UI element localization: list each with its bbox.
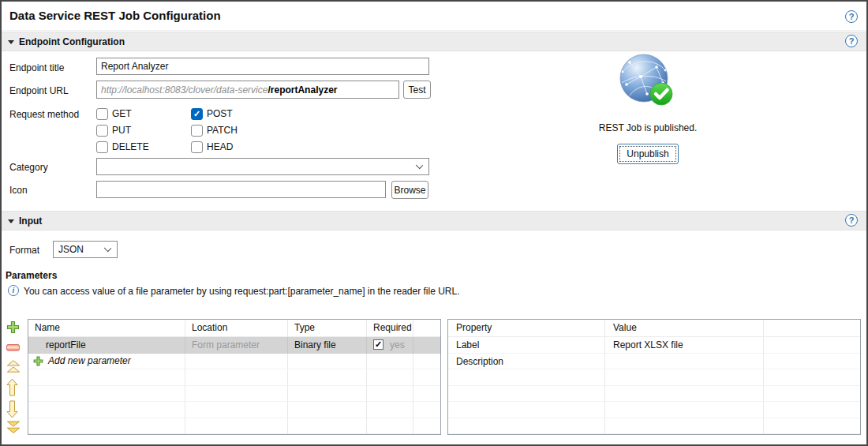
column-header-extra: [764, 320, 860, 337]
table-row-empty: [448, 402, 860, 418]
publish-status-text: REST Job is published.: [580, 122, 716, 133]
required-checkbox[interactable]: [373, 339, 383, 350]
parameter-properties-table: Property Value Label Report XLSX file De…: [447, 319, 861, 435]
chevron-down-icon: [104, 245, 111, 252]
section-title: Input: [19, 212, 42, 230]
checkbox-icon[interactable]: [96, 108, 108, 120]
checkbox-icon[interactable]: [191, 125, 203, 137]
move-down-button[interactable]: [6, 399, 22, 418]
category-label: Category: [9, 162, 48, 173]
property-value-cell[interactable]: [605, 354, 764, 370]
checkbox-icon[interactable]: [191, 108, 203, 120]
method-checkbox-post[interactable]: POST: [191, 107, 233, 120]
page-title: Data Service REST Job Configuration: [9, 2, 221, 30]
minus-icon: [6, 344, 20, 351]
table-row-empty: [28, 418, 440, 435]
column-header-extra: [413, 320, 440, 337]
param-required-cell[interactable]: yes: [367, 337, 413, 354]
property-name-cell: Description: [448, 354, 605, 370]
param-location-cell[interactable]: Form parameter: [185, 337, 288, 354]
param-name-cell[interactable]: reportFile: [28, 337, 185, 354]
section-title: Endpoint Configuration: [19, 32, 125, 51]
request-method-label: Request method: [9, 109, 79, 120]
checkbox-icon[interactable]: [191, 141, 203, 153]
table-row-empty: [28, 402, 440, 418]
column-header-required: Required: [367, 320, 413, 337]
endpoint-title-input[interactable]: [96, 58, 429, 75]
column-header-type: Type: [288, 320, 367, 337]
parameters-heading: Parameters: [6, 270, 57, 281]
icon-label: Icon: [9, 185, 28, 196]
endpoint-url-input[interactable]: http://localhost:8083/clover/data-servic…: [96, 81, 399, 99]
collapse-triangle-icon: [8, 219, 14, 223]
property-name-cell: Label: [448, 337, 605, 354]
remove-parameter-button[interactable]: [6, 339, 22, 355]
double-chevron-down-icon: [6, 421, 21, 434]
double-chevron-up-icon: [6, 360, 21, 373]
section-header-endpoint-configuration[interactable]: Endpoint Configuration: [2, 32, 866, 51]
plus-icon: [33, 356, 43, 366]
icon-input[interactable]: [96, 181, 386, 198]
endpoint-url-label: Endpoint URL: [9, 85, 69, 96]
browse-button[interactable]: Browse: [391, 181, 428, 199]
method-checkbox-put[interactable]: PUT: [96, 124, 131, 137]
chevron-down-icon: [416, 162, 423, 169]
method-checkbox-head[interactable]: HEAD: [191, 141, 233, 153]
checkbox-icon[interactable]: [96, 141, 108, 153]
data-service-config-dialog: Data Service REST Job Configuration ? En…: [0, 0, 868, 446]
method-checkbox-delete[interactable]: DELETE: [96, 141, 149, 153]
plus-icon: [6, 320, 20, 334]
table-row-empty: [448, 386, 860, 403]
required-label: yes: [390, 337, 405, 353]
table-row-empty: [28, 369, 440, 386]
format-label: Format: [9, 245, 39, 256]
column-header-name: Name: [28, 320, 185, 337]
add-parameter-button[interactable]: [6, 319, 22, 335]
category-select[interactable]: [96, 158, 429, 175]
info-icon: i: [8, 285, 19, 296]
method-checkbox-get[interactable]: GET: [96, 107, 132, 120]
arrow-down-icon: [6, 400, 18, 418]
help-icon[interactable]: ?: [845, 10, 858, 23]
add-new-parameter-row[interactable]: Add new parameter: [28, 354, 440, 370]
properties-table-header: Property Value: [448, 320, 860, 337]
move-bottom-button[interactable]: [6, 421, 22, 434]
move-up-button[interactable]: [6, 377, 22, 396]
test-button[interactable]: Test: [403, 81, 431, 99]
help-icon-input[interactable]: ?: [845, 214, 858, 227]
title-bar: Data Service REST Job Configuration: [2, 2, 866, 31]
parameters-table-header: Name Location Type Required: [28, 320, 440, 337]
endpoint-url-path: /reportAnalyzer: [268, 82, 337, 98]
collapse-triangle-icon: [8, 40, 14, 44]
column-header-property: Property: [448, 320, 605, 337]
endpoint-url-prefix: http://localhost:8083/clover/data-servic…: [101, 82, 268, 98]
help-icon-endpoint[interactable]: ?: [845, 35, 858, 47]
param-type-cell[interactable]: Binary file: [288, 337, 367, 354]
endpoint-title-label: Endpoint title: [9, 62, 64, 73]
format-select[interactable]: JSON: [53, 241, 118, 258]
column-header-location: Location: [185, 320, 288, 337]
add-new-parameter-label: Add new parameter: [48, 354, 131, 369]
move-top-button[interactable]: [6, 360, 22, 373]
parameter-row-reportfile[interactable]: reportFile Form parameter Binary file ye…: [28, 337, 440, 354]
format-selected-value: JSON: [58, 242, 84, 257]
unpublish-button[interactable]: Unpublish: [617, 144, 679, 164]
property-value-cell[interactable]: Report XLSX file: [605, 337, 764, 354]
parameters-table: Name Location Type Required reportFile F…: [28, 319, 441, 435]
property-row-label[interactable]: Label Report XLSX file: [448, 337, 860, 354]
checkbox-icon[interactable]: [96, 125, 108, 137]
column-header-value: Value: [605, 320, 764, 337]
table-row-empty: [448, 369, 860, 386]
property-row-description[interactable]: Description: [448, 354, 860, 370]
table-row-empty: [448, 418, 860, 435]
table-row-empty: [28, 386, 440, 403]
section-header-input[interactable]: Input: [2, 211, 866, 230]
parameters-info-text: You can access value of a file parameter…: [24, 286, 460, 297]
arrow-up-icon: [6, 378, 18, 396]
method-checkbox-patch[interactable]: PATCH: [191, 124, 238, 137]
globe-published-icon: [619, 53, 677, 110]
